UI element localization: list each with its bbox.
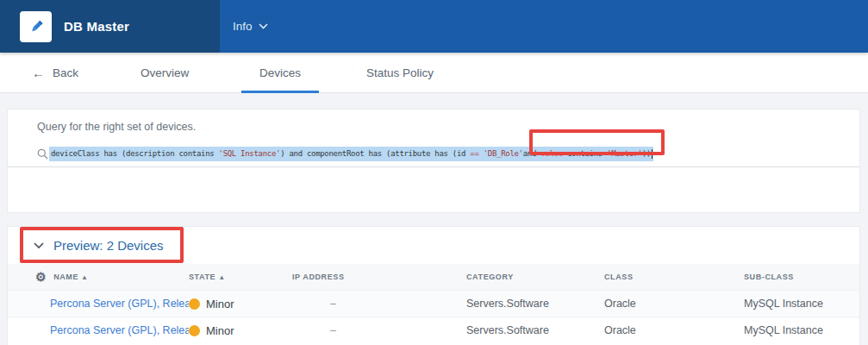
sort-asc-icon: ▴ [83,273,87,281]
table-row: Percona Server (GPL), Release 1...Minor–… [8,290,859,317]
cell-category: Servers.Software [466,324,604,336]
cell-state: Minor [189,298,292,310]
state-label: Minor [206,298,234,310]
cell-name: Percona Server (GPL), Release 1... [8,298,189,310]
state-label: Minor [206,324,234,337]
cell-sub-class: MySQL Instance [744,324,859,336]
query-token: )) [642,149,651,158]
device-name-link[interactable]: Percona Server (GPL), Release 1... [50,298,189,310]
query-token: == [470,149,478,158]
text-caret [652,149,653,159]
query-token: 'DB_Role' [484,149,523,158]
column-header-state[interactable]: STATE▴ [189,273,292,281]
query-token: value [540,149,563,158]
preview-toggle[interactable]: Preview: 2 Devices [8,227,859,264]
devices-table-header: ⚙NAME▴STATE▴IP ADDRESSCATEGORYCLASSSUB-C… [8,264,859,290]
column-label: IP ADDRESS [292,273,345,281]
query-token: ) and componentRoot has (attribute has (… [280,149,470,158]
search-icon [37,148,48,160]
cell-sub-class: MySQL Instance [744,298,859,310]
table-row: Percona Server (GPL), Release 1...Minor–… [8,317,859,343]
device-query-input[interactable]: deviceClass has (description contains 'S… [49,147,653,161]
back-arrow-icon: ← [32,66,45,80]
query-search-row: deviceClass has (description contains 'S… [8,141,859,167]
pencil-icon-svg [28,18,45,35]
info-dropdown[interactable]: Info [233,20,268,33]
query-token: 'Master' [607,149,642,158]
back-button[interactable]: ← Back [32,53,78,92]
tab-devices[interactable]: Devices [241,53,319,92]
minor-state-icon [189,298,200,310]
tab-label: Status Policy [366,66,434,79]
column-header-ip-address[interactable]: IP ADDRESS [292,273,466,281]
query-token: deviceClass has (description contains [51,149,219,158]
query-token: contains [563,149,607,158]
column-label: CATEGORY [466,273,514,281]
sort-asc-icon: ▴ [220,273,224,281]
column-label: STATE [189,273,215,281]
column-header-class[interactable]: CLASS [604,273,744,281]
cell-ip-address: – [292,324,466,336]
column-header-name[interactable]: ⚙NAME▴ [8,271,189,283]
edit-pencil-icon[interactable] [20,11,52,42]
page-title: DB Master [64,19,129,34]
chevron-down-icon [34,242,44,249]
devices-table-body: Percona Server (GPL), Release 1...Minor–… [8,290,859,343]
app-header: DB Master Info [0,0,868,53]
tab-label: Overview [141,66,189,79]
query-token: 'SQL Instance' [219,149,281,158]
brand-block: DB Master [0,0,220,53]
cell-ip-address: – [292,298,466,310]
header-menu-bar: Info [220,0,868,53]
query-panel: Query for the right set of devices. devi… [7,109,860,213]
preview-title: Preview: 2 Devices [53,238,164,253]
gear-icon[interactable]: ⚙ [35,271,47,283]
cell-class: Oracle [604,298,744,310]
query-token: and [523,149,540,158]
device-name-link[interactable]: Percona Server (GPL), Release 1... [50,324,189,336]
back-label: Back [53,66,78,79]
minor-state-icon [189,325,200,336]
info-dropdown-label: Info [233,20,253,33]
column-label: SUB-CLASS [744,273,794,281]
preview-panel: Preview: 2 Devices ⚙NAME▴STATE▴IP ADDRES… [7,226,860,345]
query-instruction: Query for the right set of devices. [8,110,859,133]
cell-state: Minor [189,324,292,337]
column-label: CLASS [604,273,634,281]
cell-name: Percona Server (GPL), Release 1... [8,324,189,336]
cell-category: Servers.Software [466,298,604,310]
tab-overview[interactable]: Overview [141,53,189,92]
column-header-category[interactable]: CATEGORY [466,273,604,281]
tab-bar: ← Back OverviewDevicesStatus Policy [0,53,868,93]
chevron-down-icon [259,23,268,29]
tab-label: Devices [259,66,301,79]
tab-status-policy[interactable]: Status Policy [366,53,434,92]
column-label: NAME [53,273,78,281]
cell-class: Oracle [604,324,744,336]
column-header-sub-class[interactable]: SUB-CLASS [744,273,859,281]
